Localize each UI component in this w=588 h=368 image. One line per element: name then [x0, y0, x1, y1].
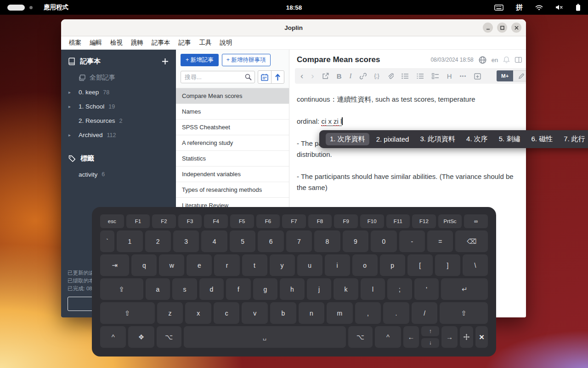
- ctrl-right-key[interactable]: ^: [375, 326, 401, 348]
- tab-key[interactable]: ⇥: [100, 254, 129, 276]
- key-8[interactable]: 8: [314, 230, 340, 252]
- f12-key[interactable]: F12: [412, 214, 436, 228]
- battery-icon[interactable]: [576, 4, 581, 11]
- key-x[interactable]: x: [185, 302, 211, 324]
- sidebar-notebook-item[interactable]: ▸Archived112: [61, 128, 176, 142]
- key-0[interactable]: 0: [371, 230, 396, 252]
- f1-key[interactable]: F1: [126, 214, 150, 228]
- key-d[interactable]: d: [199, 278, 224, 300]
- alt-left-key[interactable]: ⌥: [157, 326, 181, 348]
- numbered-list-icon[interactable]: [417, 73, 424, 79]
- comma-key[interactable]: ,: [355, 302, 381, 324]
- ime-candidate[interactable]: 7. 此行: [560, 133, 588, 145]
- key-w[interactable]: w: [159, 254, 184, 276]
- key-m[interactable]: m: [327, 302, 353, 324]
- menu-item[interactable]: 跳轉: [127, 39, 147, 47]
- f10-key[interactable]: F10: [360, 214, 384, 228]
- f11-key[interactable]: F11: [386, 214, 410, 228]
- alarm-bell-icon[interactable]: [503, 56, 510, 63]
- key-5[interactable]: 5: [230, 230, 255, 252]
- insert-time-icon[interactable]: [474, 73, 481, 80]
- key-e[interactable]: e: [187, 254, 212, 276]
- sort-order-button[interactable]: [271, 71, 284, 83]
- new-note-button[interactable]: + 新增記事: [181, 54, 219, 66]
- bold-icon[interactable]: B: [337, 72, 342, 80]
- applications-menu[interactable]: 應用程式: [44, 3, 68, 12]
- note-calendar-button[interactable]: [258, 71, 271, 83]
- key-s[interactable]: s: [172, 278, 197, 300]
- sidebar-notebook-item[interactable]: ▸0. keep78: [61, 85, 176, 99]
- note-list-item[interactable]: A referencing study: [176, 135, 289, 151]
- volume-muted-icon[interactable]: [555, 5, 563, 10]
- key-u[interactable]: u: [297, 254, 322, 276]
- backspace-key[interactable]: ⌫: [455, 230, 488, 252]
- input-method-indicator[interactable]: 拼: [516, 3, 523, 12]
- key-p[interactable]: p: [380, 254, 405, 276]
- backslash-key[interactable]: \: [463, 254, 488, 276]
- f7-key[interactable]: F7: [282, 214, 306, 228]
- quote-key[interactable]: ': [414, 278, 439, 300]
- space-key[interactable]: ␣: [184, 326, 346, 348]
- forward-icon[interactable]: ›: [311, 71, 314, 81]
- toggle-layout-icon[interactable]: [515, 57, 522, 63]
- key-9[interactable]: 9: [343, 230, 368, 252]
- search-input[interactable]: [181, 71, 255, 83]
- close-keyboard-key[interactable]: ×: [475, 326, 488, 348]
- arrow-down-key[interactable]: ↓: [421, 338, 439, 348]
- spellcheck-globe-icon[interactable]: [479, 56, 486, 64]
- key-t[interactable]: t: [242, 254, 267, 276]
- enter-key[interactable]: ↵: [441, 278, 488, 300]
- italic-icon[interactable]: I: [350, 72, 352, 80]
- key-l[interactable]: l: [361, 278, 385, 300]
- key-c[interactable]: c: [214, 302, 240, 324]
- f3-key[interactable]: F3: [178, 214, 202, 228]
- key-r[interactable]: r: [214, 254, 239, 276]
- key-2[interactable]: 2: [145, 230, 171, 252]
- minimize-button[interactable]: [483, 23, 493, 33]
- key-n[interactable]: n: [299, 302, 325, 324]
- menu-item[interactable]: 檢視: [106, 39, 127, 47]
- key-1[interactable]: 1: [117, 230, 142, 252]
- ime-candidate[interactable]: 3. 此項資料: [416, 133, 459, 145]
- bracket-left-key[interactable]: [: [407, 254, 433, 276]
- alt-right-key[interactable]: ⌥: [348, 326, 373, 348]
- richtext-editor-toggle[interactable]: [513, 70, 526, 81]
- menu-item[interactable]: 檔案: [65, 39, 85, 47]
- ctrl-left-key[interactable]: ^: [100, 326, 126, 348]
- sidebar-notebook-item[interactable]: 2. Resources2: [61, 114, 176, 128]
- new-todo-button[interactable]: + 新增待辦事項: [222, 54, 271, 66]
- key-h[interactable]: h: [280, 278, 305, 300]
- sidebar-notebook-item[interactable]: ▸1. School19: [61, 99, 176, 114]
- key-6[interactable]: 6: [258, 230, 283, 252]
- f4-key[interactable]: F4: [204, 214, 228, 228]
- key-7[interactable]: 7: [286, 230, 312, 252]
- key-z[interactable]: z: [157, 302, 183, 324]
- f9-key[interactable]: F9: [334, 214, 358, 228]
- equals-key[interactable]: =: [427, 230, 453, 252]
- key-4[interactable]: 4: [201, 230, 227, 252]
- note-list-item[interactable]: Names: [176, 104, 289, 120]
- expand-arrow-icon[interactable]: ▸: [68, 90, 79, 95]
- prtsc-key[interactable]: PrtSc: [438, 214, 462, 228]
- sidebar-tag-item[interactable]: activity6: [61, 167, 176, 181]
- key-o[interactable]: o: [352, 254, 378, 276]
- key-a[interactable]: a: [146, 278, 170, 300]
- note-list-item[interactable]: Compare Mean scores: [176, 88, 289, 104]
- key-g[interactable]: g: [253, 278, 278, 300]
- menu-item[interactable]: 記事本: [147, 39, 175, 47]
- bulleted-list-icon[interactable]: [401, 73, 409, 79]
- menu-item[interactable]: 說明: [216, 39, 237, 47]
- backtick-key[interactable]: `: [100, 230, 114, 252]
- external-edit-icon[interactable]: [322, 73, 329, 80]
- period-key[interactable]: .: [383, 302, 409, 324]
- f2-key[interactable]: F2: [152, 214, 176, 228]
- f6-key[interactable]: F6: [256, 214, 280, 228]
- note-title[interactable]: Compare Mean scores: [297, 55, 430, 64]
- move-keyboard-key[interactable]: [460, 326, 473, 348]
- ime-candidate[interactable]: 2. pixilated: [372, 133, 413, 145]
- capslock-key[interactable]: ⇪: [100, 278, 143, 300]
- key-k[interactable]: k: [334, 278, 358, 300]
- key-y[interactable]: y: [270, 254, 295, 276]
- menu-item[interactable]: 工具: [195, 39, 216, 47]
- esc-key[interactable]: esc: [100, 214, 124, 228]
